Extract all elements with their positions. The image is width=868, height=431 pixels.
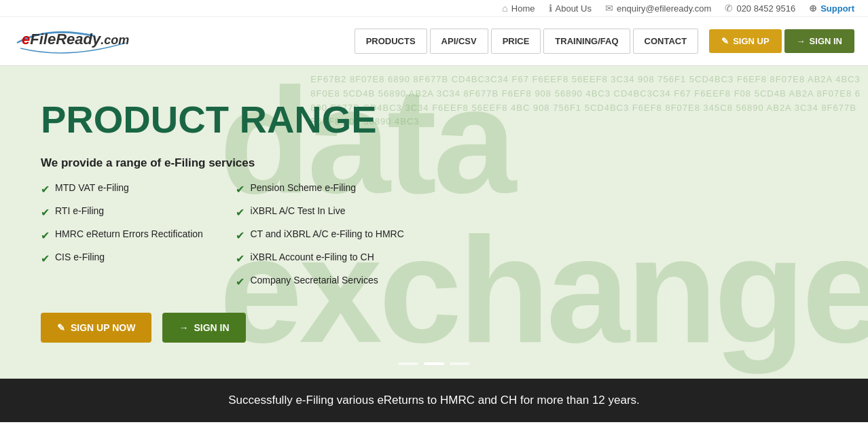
slider-dot-1[interactable] bbox=[398, 362, 418, 365]
list-item: ✔ CT and iXBRL A/C e-Filing to HMRC bbox=[236, 228, 403, 242]
nav-products[interactable]: PRODUCTS bbox=[355, 29, 427, 54]
hero-signin-label: SIGN IN bbox=[194, 322, 229, 333]
list-item: ✔ Company Secretarial Services bbox=[236, 275, 403, 288]
phone-icon: ✆ bbox=[725, 3, 733, 14]
service-label: HMRC eReturn Errors Rectification bbox=[55, 228, 203, 239]
footer-text: Successfully e-Filing various eReturns t… bbox=[228, 394, 640, 407]
check-icon: ✔ bbox=[236, 206, 245, 219]
check-icon: ✔ bbox=[41, 229, 50, 242]
main-nav: PRODUCTS API/CSV PRICE TRAINING/FAQ CONT… bbox=[355, 29, 698, 54]
signup-now-icon: ✎ bbox=[57, 322, 65, 333]
home-link[interactable]: ⌂ Home bbox=[502, 3, 535, 14]
hero-signin-icon: → bbox=[179, 322, 188, 333]
list-item: ✔ iXBRL Account e-Filing to CH bbox=[236, 252, 403, 265]
nav-bar: eFileReady.com PRODUCTS API/CSV PRICE TR… bbox=[0, 17, 868, 66]
svg-text:eFileReady.com: eFileReady.com bbox=[22, 31, 129, 48]
check-icon: ✔ bbox=[41, 252, 50, 265]
service-label: MTD VAT e-Filing bbox=[55, 182, 129, 193]
signin-icon: → bbox=[797, 36, 806, 46]
service-col-2: ✔ Pension Scheme e-Filing ✔ iXBRL A/C Te… bbox=[236, 182, 403, 288]
hero-signin-button[interactable]: → SIGN IN bbox=[162, 313, 245, 343]
email-text: enquiry@efileready.com bbox=[617, 3, 711, 14]
signup-button[interactable]: ✎ SIGN UP bbox=[709, 29, 781, 53]
signin-label: SIGN IN bbox=[810, 36, 842, 46]
about-label: About Us bbox=[556, 3, 592, 14]
service-label: CT and iXBRL A/C e-Filing to HMRC bbox=[250, 228, 403, 239]
list-item: ✔ CIS e-Filing bbox=[41, 252, 209, 265]
support-icon: ⊕ bbox=[809, 3, 817, 14]
nav-api[interactable]: API/CSV bbox=[430, 29, 488, 54]
home-icon: ⌂ bbox=[502, 3, 507, 14]
logo-area: eFileReady.com bbox=[14, 22, 129, 60]
support-label: Support bbox=[820, 3, 854, 14]
email-icon: ✉ bbox=[605, 3, 613, 14]
service-label: iXBRL Account e-Filing to CH bbox=[250, 252, 374, 262]
hero-actions: ✎ SIGN UP NOW → SIGN IN bbox=[41, 313, 404, 343]
list-item: ✔ iXBRL A/C Test In Live bbox=[236, 205, 403, 219]
logo[interactable]: eFileReady.com bbox=[14, 22, 129, 60]
nav-training[interactable]: TRAINING/FAQ bbox=[543, 29, 630, 54]
service-label: RTI e-Filing bbox=[55, 205, 104, 216]
phone-text: 020 8452 9516 bbox=[736, 3, 795, 14]
hero-signup-button[interactable]: ✎ SIGN UP NOW bbox=[41, 313, 151, 343]
service-col-1: ✔ MTD VAT e-Filing ✔ RTI e-Filing ✔ HMRC… bbox=[41, 182, 209, 288]
signin-button[interactable]: → SIGN IN bbox=[784, 29, 854, 53]
nav-auth-buttons: ✎ SIGN UP → SIGN IN bbox=[709, 29, 854, 53]
info-icon: ℹ bbox=[549, 3, 552, 14]
check-icon: ✔ bbox=[236, 275, 245, 288]
check-icon: ✔ bbox=[41, 206, 50, 219]
hero-content: PRODUCT RANGE We provide a range of e-Fi… bbox=[41, 100, 404, 343]
nav-price[interactable]: PRICE bbox=[491, 29, 541, 54]
check-icon: ✔ bbox=[236, 183, 245, 196]
about-link[interactable]: ℹ About Us bbox=[549, 3, 592, 14]
check-icon: ✔ bbox=[236, 252, 245, 265]
home-label: Home bbox=[511, 3, 535, 14]
list-item: ✔ Pension Scheme e-Filing bbox=[236, 182, 403, 196]
support-link[interactable]: ⊕ Support bbox=[809, 3, 854, 14]
email-link[interactable]: ✉ enquiry@efileready.com bbox=[605, 3, 711, 14]
slider-dots bbox=[398, 362, 470, 365]
slider-dot-2[interactable] bbox=[424, 362, 444, 365]
service-label: Pension Scheme e-Filing bbox=[250, 182, 356, 193]
signup-label: SIGN UP bbox=[733, 36, 769, 46]
signup-icon: ✎ bbox=[721, 36, 729, 46]
check-icon: ✔ bbox=[236, 229, 245, 242]
phone-link[interactable]: ✆ 020 8452 9516 bbox=[725, 3, 795, 14]
check-icon: ✔ bbox=[41, 183, 50, 196]
top-bar: ⌂ Home ℹ About Us ✉ enquiry@efileready.c… bbox=[0, 0, 868, 17]
service-label: iXBRL A/C Test In Live bbox=[250, 205, 345, 216]
hero-section: EF67B2 8F07E8 6890 8F677B CD4BC3C34 F67 … bbox=[0, 66, 868, 379]
logo-svg: eFileReady.com bbox=[14, 22, 129, 60]
list-item: ✔ MTD VAT e-Filing bbox=[41, 182, 209, 196]
signup-now-label: SIGN UP NOW bbox=[71, 322, 135, 333]
service-label: CIS e-Filing bbox=[55, 252, 105, 262]
list-item: ✔ HMRC eReturn Errors Rectification bbox=[41, 228, 209, 242]
hero-title: PRODUCT RANGE bbox=[41, 100, 404, 140]
slider-dot-3[interactable] bbox=[450, 362, 470, 365]
hero-subtitle: We provide a range of e-Filing services bbox=[41, 156, 404, 170]
services-grid: ✔ MTD VAT e-Filing ✔ RTI e-Filing ✔ HMRC… bbox=[41, 182, 404, 288]
list-item: ✔ RTI e-Filing bbox=[41, 205, 209, 219]
footer-banner: Successfully e-Filing various eReturns t… bbox=[0, 379, 868, 422]
service-label: Company Secretarial Services bbox=[250, 275, 378, 286]
nav-contact[interactable]: CONTACT bbox=[633, 29, 699, 54]
